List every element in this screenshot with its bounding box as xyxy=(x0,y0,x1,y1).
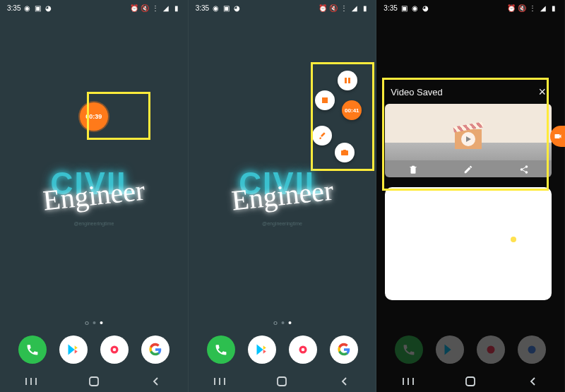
wifi-icon: ⋮ xyxy=(152,4,160,12)
play-icon xyxy=(461,132,475,146)
playstore-app-icon[interactable] xyxy=(59,335,88,364)
brush-mark xyxy=(511,237,516,242)
screenshot-panel-1: 3:35 ◉ ▣ ◕ ⏰ 🔇 ⋮ ◢ ▮ 00:39 CIVIL Enginee… xyxy=(0,0,189,392)
front-camera-button[interactable] xyxy=(335,143,355,162)
screenrec-icon: ◉ xyxy=(23,4,31,12)
google-app-icon[interactable] xyxy=(330,335,358,364)
record-time-label: 00:39 xyxy=(85,113,102,120)
page-dot xyxy=(281,321,284,324)
playstore-app-icon[interactable] xyxy=(248,335,276,364)
svg-rect-9 xyxy=(348,78,350,83)
messenger-icon: ◕ xyxy=(233,4,241,12)
camera-app-icon[interactable] xyxy=(289,335,317,364)
delete-button[interactable] xyxy=(408,165,418,177)
app-dock xyxy=(0,335,188,364)
svg-rect-18 xyxy=(278,377,286,386)
video-actions-row xyxy=(385,160,552,177)
signal-icon: ◢ xyxy=(162,4,170,12)
home-page-dot xyxy=(273,321,277,325)
nav-bar xyxy=(376,375,564,388)
home-wallpaper: CIVIL Engineer @engineeringtime xyxy=(0,166,188,226)
recents-button[interactable] xyxy=(211,375,228,388)
status-bar: 3:35 ◉ ▣ ◕ ⏰ 🔇 ⋮ ◢ ▮ xyxy=(0,0,188,16)
mute-icon: 🔇 xyxy=(329,4,337,12)
signal-icon: ◢ xyxy=(539,4,547,12)
alarm-icon: ⏰ xyxy=(507,4,515,12)
drawing-canvas[interactable] xyxy=(385,187,552,300)
record-timer-bubble[interactable]: 00:39 xyxy=(80,102,108,131)
edit-button[interactable] xyxy=(463,165,473,177)
home-button[interactable] xyxy=(462,375,479,388)
home-wallpaper: CIVIL Engineer @engineeringtime xyxy=(189,166,376,226)
status-bar: 3:35 ◉ ▣ ◕ ⏰ 🔇 ⋮ ◢ ▮ xyxy=(189,0,376,16)
wallpaper-handle: @engineeringtime xyxy=(189,221,376,226)
gallery-icon: ▣ xyxy=(222,4,230,12)
video-saved-title: Video Saved xyxy=(391,87,443,97)
screenrec-icon: ◉ xyxy=(212,4,220,12)
status-time: 3:35 xyxy=(7,4,20,12)
back-button[interactable] xyxy=(148,375,165,388)
svg-point-23 xyxy=(528,346,536,354)
phone-app-icon[interactable] xyxy=(207,335,235,364)
svg-rect-10 xyxy=(322,97,328,103)
recents-button[interactable] xyxy=(400,375,417,388)
mute-icon: 🔇 xyxy=(141,4,149,12)
svg-rect-8 xyxy=(345,78,347,83)
page-indicator[interactable] xyxy=(85,321,102,325)
nav-bar xyxy=(189,375,376,388)
svg-point-13 xyxy=(301,348,304,352)
wifi-icon: ⋮ xyxy=(340,4,347,12)
alarm-icon: ⏰ xyxy=(319,4,326,12)
screenrec-icon: ◉ xyxy=(411,4,419,12)
video-saved-header: Video Saved × xyxy=(385,81,552,104)
record-time-label: 00:41 xyxy=(345,107,359,114)
back-button[interactable] xyxy=(525,375,542,388)
gallery-icon: ▣ xyxy=(400,4,408,12)
messenger-icon: ◕ xyxy=(44,4,52,12)
screenshot-panel-3: 3:35 ▣ ◉ ◕ ⏰ 🔇 ⋮ ◢ ▮ Video Saved × xyxy=(376,0,565,392)
share-button[interactable] xyxy=(519,165,529,177)
close-button[interactable]: × xyxy=(539,85,547,100)
signal-icon: ◢ xyxy=(350,4,358,12)
app-dock xyxy=(376,335,564,364)
home-button[interactable] xyxy=(85,375,102,388)
battery-icon: ▮ xyxy=(549,4,557,12)
status-bar: 3:35 ▣ ◉ ◕ ⏰ 🔇 ⋮ ◢ ▮ xyxy=(376,0,564,16)
recents-button[interactable] xyxy=(23,375,40,388)
battery-icon: ▮ xyxy=(173,4,181,12)
record-timer-bubble[interactable]: 00:41 xyxy=(342,100,362,120)
svg-marker-19 xyxy=(466,136,471,142)
status-time: 3:35 xyxy=(383,4,397,12)
camera-app-icon[interactable] xyxy=(477,335,505,364)
record-floating-button[interactable] xyxy=(550,126,565,147)
svg-point-2 xyxy=(113,348,117,352)
google-app-icon[interactable] xyxy=(518,335,546,364)
screenshot-panel-2: 3:35 ◉ ▣ ◕ ⏰ 🔇 ⋮ ◢ ▮ 00:41 CIVIL Enginee… xyxy=(189,0,377,392)
battery-icon: ▮ xyxy=(361,4,369,12)
alarm-icon: ⏰ xyxy=(131,4,138,12)
stop-button[interactable] xyxy=(315,90,335,110)
recorder-radial-menu: 00:41 xyxy=(298,71,369,170)
page-indicator[interactable] xyxy=(273,321,291,325)
app-dock xyxy=(189,335,376,364)
svg-rect-27 xyxy=(466,377,475,386)
phone-app-icon[interactable] xyxy=(395,335,423,364)
svg-point-21 xyxy=(487,346,495,354)
back-button[interactable] xyxy=(336,375,353,388)
brush-button[interactable] xyxy=(312,126,332,145)
page-dot xyxy=(93,321,95,324)
pause-button[interactable] xyxy=(338,71,357,90)
phone-app-icon[interactable] xyxy=(18,335,47,364)
status-time: 3:35 xyxy=(196,4,209,12)
messenger-icon: ◕ xyxy=(422,4,429,12)
google-app-icon[interactable] xyxy=(141,335,170,364)
gallery-icon: ▣ xyxy=(34,4,42,12)
clapper-icon xyxy=(455,129,482,149)
page-dot-active xyxy=(100,321,102,324)
home-button[interactable] xyxy=(273,375,290,388)
video-saved-card: Video Saved × xyxy=(385,81,552,300)
camera-app-icon[interactable] xyxy=(100,335,129,364)
mute-icon: 🔇 xyxy=(518,4,525,12)
wifi-icon: ⋮ xyxy=(528,4,536,12)
playstore-app-icon[interactable] xyxy=(436,335,464,364)
